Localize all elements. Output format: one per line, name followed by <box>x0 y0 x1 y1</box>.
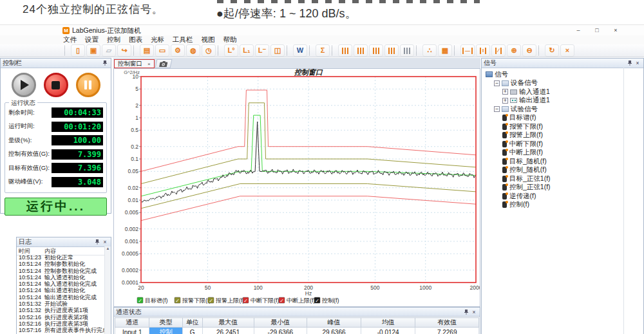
tree-item[interactable]: 逆传递(f) <box>502 192 643 201</box>
log-time: 10:51:32 <box>17 301 44 307</box>
legend-item[interactable]: ✓控制(f) <box>314 297 339 304</box>
tree-item-label: 试验信号 <box>511 105 538 114</box>
cursor-horizontal-icon[interactable]: — <box>460 44 475 57</box>
legend-item[interactable]: ✓报警下限(f) <box>175 297 211 304</box>
expand-icon[interactable]: + <box>502 89 508 95</box>
tree-item-label: 控制_随机(f) <box>509 165 547 174</box>
level-sub-icon[interactable]: L₁ <box>240 44 254 57</box>
new-file-icon[interactable]: ▯ <box>71 44 85 57</box>
chart-canvas[interactable]: 105210.50.20.10.050.020.010.0050.0020.00… <box>114 69 480 306</box>
log-content: 控制参数初始化 <box>44 261 105 267</box>
collapse-icon[interactable]: − <box>494 106 500 112</box>
svg-text:G^2/Hz: G^2/Hz <box>124 70 140 75</box>
tab-control-window[interactable]: 控制窗口 × <box>114 59 155 68</box>
tree-item[interactable]: 信号 <box>486 70 643 79</box>
collapse-icon[interactable]: − <box>494 80 500 86</box>
close-button[interactable]: × <box>608 25 623 36</box>
stop-button[interactable] <box>44 73 68 97</box>
tree-item-label: 中断上限(f) <box>509 148 543 157</box>
nodes-icon[interactable]: ∴ <box>422 44 437 57</box>
menu-item-4[interactable]: 光标 <box>151 35 164 44</box>
schedule-clock-icon[interactable]: ◷ <box>202 44 216 57</box>
tree-item[interactable]: 报警上限(f) <box>502 131 643 140</box>
signal-icon <box>502 132 507 138</box>
legend-item[interactable]: ✓中断下限(f) <box>243 297 279 304</box>
channel-table-row[interactable]: Input 1控制G26.2451-29.636629.6366-0.01247… <box>115 328 479 334</box>
menu-item-6[interactable]: 视图 <box>202 35 215 44</box>
tree-item[interactable]: 报警下限(f) <box>502 122 643 131</box>
cursor-slope-icon[interactable]: ∕ <box>491 44 506 57</box>
refresh-icon[interactable]: ↻ <box>545 44 559 57</box>
zoom-in-icon[interactable]: ⊕ <box>507 44 521 57</box>
tab-close-icon[interactable]: × <box>147 61 151 67</box>
histogram-1-icon[interactable] <box>338 44 352 57</box>
pin-icon[interactable] <box>626 59 634 67</box>
histogram-3-icon[interactable] <box>369 44 383 57</box>
minimize-button[interactable]: – <box>571 25 586 36</box>
tree-item[interactable]: 控制_随机(f) <box>502 166 643 175</box>
save-icon[interactable]: ▣ <box>86 44 100 57</box>
channel-table: 通道类型单位最大值最小值峰值均值有效值Input 1控制G26.2451-29.… <box>115 317 479 334</box>
histogram-edit-icon[interactable] <box>384 44 399 57</box>
zoom-out-icon[interactable]: ⊖ <box>522 44 536 57</box>
tree-item[interactable]: 中断上限(f) <box>502 149 643 158</box>
histogram-2-icon[interactable] <box>354 44 368 57</box>
legend-item[interactable]: ✓报警上限(f) <box>208 297 245 304</box>
legend-item[interactable]: ✓中断上限(f) <box>279 297 316 304</box>
maximize-button[interactable]: □ <box>589 25 605 36</box>
pin-icon[interactable] <box>101 59 109 67</box>
doc-text-left: 24个独立控制的正弦信号。 <box>23 2 164 17</box>
close-icon[interactable]: × <box>470 308 478 316</box>
signal-icon <box>502 149 507 156</box>
sum-sigma-icon[interactable]: Σ <box>316 44 330 57</box>
tree-item[interactable]: 控制(f) <box>502 201 643 210</box>
svg-text:50: 50 <box>205 284 211 291</box>
clipped-text-line <box>217 0 480 3</box>
open-folder-icon[interactable]: ▱ <box>102 44 116 57</box>
report-icon[interactable]: ▭ <box>155 44 169 57</box>
close-icon[interactable]: × <box>101 238 109 246</box>
doc-text-right: ●起/停速率: 1 ~ 120 dB/s。 <box>216 6 356 21</box>
scroll-up-icon[interactable]: ▲ <box>106 246 110 250</box>
tab-snapshot[interactable] <box>155 59 172 68</box>
tree-item[interactable]: +输出通道1 <box>502 97 643 106</box>
close-icon[interactable]: × <box>634 59 641 67</box>
menu-item-3[interactable]: 图表 <box>129 35 142 44</box>
pause-button[interactable] <box>76 73 100 97</box>
print-icon[interactable]: ▤ <box>140 44 154 57</box>
tree-item[interactable]: 目标_随机(f) <box>502 157 643 166</box>
grid-calc-icon[interactable]: ▦ <box>438 44 452 57</box>
menu-item-7[interactable]: 帮助 <box>223 35 237 44</box>
legend-item[interactable]: ✓目标谱(f) <box>137 297 168 304</box>
menu-item-2[interactable]: 控制 <box>107 35 120 44</box>
panel-divider <box>623 68 624 334</box>
level-minus-icon[interactable]: L⁻ <box>255 44 269 57</box>
log-content: 执行进度表第2项 <box>44 314 105 320</box>
level-degree-icon[interactable]: L° <box>224 44 238 57</box>
cascade-windows-icon[interactable]: ◫ <box>270 44 285 57</box>
sphere-icon[interactable]: ◍ <box>186 44 200 57</box>
tree-item[interactable]: −设备信号 <box>494 79 643 88</box>
menu-item-0[interactable]: 文件 <box>63 35 77 44</box>
log-content: 执行进度表第1项 <box>44 307 105 313</box>
tree-item[interactable]: −试验信号 <box>494 105 643 114</box>
settings-gear-icon[interactable]: ⚙ <box>171 44 185 57</box>
tree-item[interactable]: 目标谱(f) <box>502 114 643 123</box>
tree-item[interactable]: 中断下限(f) <box>502 140 643 149</box>
play-button[interactable] <box>12 73 36 97</box>
log-scrollbar[interactable]: ▲ <box>104 246 111 334</box>
clear-icon[interactable]: × <box>560 44 574 57</box>
tree-item[interactable]: 控制_正弦1(f) <box>502 183 643 192</box>
pin-icon[interactable] <box>462 308 470 316</box>
histogram-gray-icon[interactable] <box>400 44 414 57</box>
tree-item[interactable]: +输入通道1 <box>502 88 643 97</box>
export-icon[interactable]: ↪ <box>117 44 131 57</box>
signal-panel-title: 信号 <box>484 59 497 68</box>
menu-item-5[interactable]: 工具栏 <box>173 35 193 44</box>
menu-item-1[interactable]: 设置 <box>85 35 99 44</box>
word-report-icon[interactable]: W <box>293 44 307 57</box>
expand-icon[interactable]: + <box>502 98 508 104</box>
cursor-vertical-icon[interactable]: I <box>476 44 490 57</box>
tree-item[interactable]: 目标_正弦1(f) <box>502 174 643 183</box>
pin-icon[interactable] <box>93 238 101 246</box>
